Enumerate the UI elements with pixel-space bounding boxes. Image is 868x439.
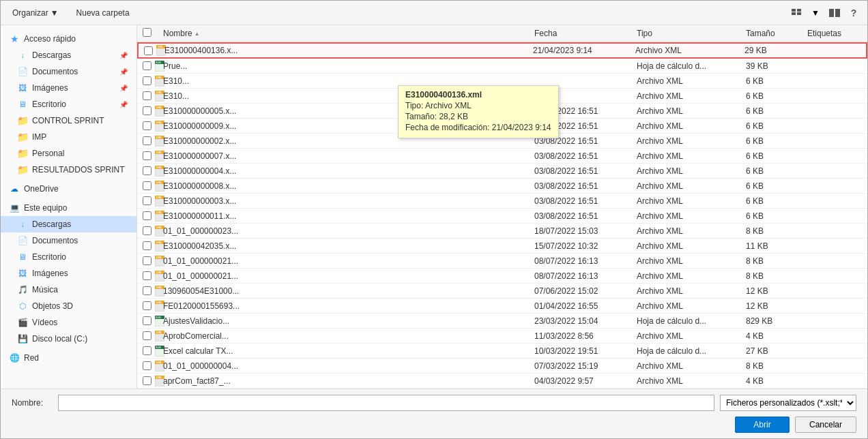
header-type[interactable]: Tipo xyxy=(637,29,746,38)
download-icon: ↓ xyxy=(17,50,28,61)
row-checkbox[interactable] xyxy=(143,76,151,85)
view-list-icon[interactable] xyxy=(788,5,805,21)
new-folder-button[interactable]: Nueva carpeta xyxy=(70,5,136,20)
pin-icon-img[interactable]: 📌 xyxy=(119,83,128,93)
row-checkbox[interactable] xyxy=(143,121,151,130)
file-list[interactable]: XML E310000400136.x... 21/04/2023 9:14 A… xyxy=(137,42,867,389)
select-all-checkbox[interactable] xyxy=(143,28,151,37)
row-checkbox[interactable] xyxy=(143,286,151,295)
sidebar-item-documentos-pc[interactable]: 📄 Documentos xyxy=(1,232,136,249)
table-row[interactable]: XLSX Prue... Hoja de cálculo d... 39 KB xyxy=(137,59,867,74)
sidebar-item-resultaddos[interactable]: 📁 RESULTADDOS SPRINT xyxy=(1,162,136,178)
svg-rect-2 xyxy=(797,9,801,12)
help-icon[interactable]: ? xyxy=(845,5,862,21)
row-check: XML xyxy=(143,196,163,207)
table-row[interactable]: XML AprobComercial... 11/03/2022 8:56 Ar… xyxy=(137,329,867,344)
table-row[interactable]: XML E310000000008.x... 03/08/2022 16:51 … xyxy=(137,179,867,194)
sidebar-item-musica-pc[interactable]: 🎵 Música xyxy=(1,282,136,298)
table-row[interactable]: XLSX AjustesValidacio... 23/03/2022 15:0… xyxy=(137,314,867,329)
table-row[interactable]: XML FE0120000155693... 01/04/2022 16:55 … xyxy=(137,299,867,314)
row-checkbox[interactable] xyxy=(144,46,153,55)
row-checkbox[interactable] xyxy=(143,196,151,205)
sidebar-item-videos-pc[interactable]: 🎬 Vídeos xyxy=(1,314,136,331)
sidebar-item-imp[interactable]: 📁 IMP xyxy=(1,129,136,145)
header-name[interactable]: Nombre ▲ xyxy=(163,29,534,38)
table-row[interactable]: XML E310000000009.x... 03/08/2022 16:51 … xyxy=(137,119,867,134)
header-date[interactable]: Fecha xyxy=(534,29,637,38)
table-row[interactable]: XML 130960054E31000... 07/06/2022 15:02 … xyxy=(137,284,867,299)
open-button[interactable]: Abrir xyxy=(735,417,790,433)
table-row[interactable]: XML aprCom_fact87_... 04/03/2022 9:57 Ar… xyxy=(137,374,867,389)
row-checkbox[interactable] xyxy=(143,166,151,175)
pin-icon[interactable]: 📌 xyxy=(119,50,128,60)
row-checkbox[interactable] xyxy=(143,271,151,280)
table-row[interactable]: XML E310000400136.x... 21/04/2023 9:14 A… xyxy=(137,42,867,59)
sidebar-item-imagenes-quick[interactable]: 🖼 Imágenes 📌 xyxy=(1,80,136,96)
row-checkbox[interactable] xyxy=(143,241,151,250)
split-view-icon[interactable] xyxy=(826,5,843,21)
document-icon: 📄 xyxy=(17,66,28,77)
table-row[interactable]: XML E310000000007.x... 03/08/2022 16:51 … xyxy=(137,149,867,164)
sidebar-item-imagenes-pc[interactable]: 🖼 Imágenes xyxy=(1,265,136,282)
sidebar-item-network[interactable]: 🌐 Red xyxy=(1,350,136,366)
view-dropdown-icon[interactable]: ▼ xyxy=(807,5,824,21)
table-row[interactable]: XML 01_01_000000004... 07/03/2022 15:19 … xyxy=(137,359,867,374)
sidebar-item-disk-pc[interactable]: 💾 Disco local (C:) xyxy=(1,331,136,347)
table-row[interactable]: XML E310000000003.x... 03/08/2022 16:51 … xyxy=(137,194,867,209)
row-check: XML xyxy=(144,45,164,56)
row-checkbox[interactable] xyxy=(143,316,151,325)
sidebar-item-control-sprint[interactable]: 📁 CONTROL SPRINT xyxy=(1,112,136,129)
row-checkbox[interactable] xyxy=(143,91,151,100)
onedrive-section: ☁ OneDrive xyxy=(1,181,136,197)
table-row[interactable]: XML 01_01_000000023... 18/07/2022 15:03 … xyxy=(137,224,867,239)
sidebar-item-onedrive[interactable]: ☁ OneDrive xyxy=(1,181,136,197)
table-row[interactable]: XML E310... Archivo XML 6 KB xyxy=(137,89,867,104)
row-checkbox[interactable] xyxy=(143,61,151,70)
table-row[interactable]: XML E310000000005.x... 03/08/2022 16:51 … xyxy=(137,104,867,119)
row-checkbox[interactable] xyxy=(143,181,151,190)
table-row[interactable]: XML E310000000002.x... 03/08/2022 16:51 … xyxy=(137,134,867,149)
file-date: 15/07/2022 10:32 xyxy=(534,241,637,251)
file-size: 6 KB xyxy=(746,121,807,131)
header-tags[interactable]: Etiquetas xyxy=(807,29,862,38)
row-checkbox[interactable] xyxy=(143,331,151,340)
file-date: 10/03/2022 19:51 xyxy=(534,346,637,356)
table-row[interactable]: XML E310000000004.x... 03/08/2022 16:51 … xyxy=(137,164,867,179)
sidebar-item-documentos-quick[interactable]: 📄 Documentos 📌 xyxy=(1,63,136,80)
cancel-button[interactable]: Cancelar xyxy=(795,417,856,433)
row-checkbox[interactable] xyxy=(143,301,151,310)
sidebar-item-this-pc[interactable]: 💻 Este equipo xyxy=(1,200,136,216)
row-checkbox[interactable] xyxy=(143,346,151,355)
row-checkbox[interactable] xyxy=(143,361,151,370)
sidebar-item-escritorio-quick[interactable]: 🖥 Escritorio 📌 xyxy=(1,96,136,112)
row-checkbox[interactable] xyxy=(143,211,151,220)
sidebar-item-descargas-quick[interactable]: ↓ Descargas 📌 xyxy=(1,47,136,63)
table-row[interactable]: XML E310... Archivo XML 6 KB xyxy=(137,74,867,89)
download-pc-icon: ↓ xyxy=(17,219,28,230)
table-row[interactable]: XML E310000042035.x... 15/07/2022 10:32 … xyxy=(137,239,867,254)
sidebar-item-personal[interactable]: 📁 Personal xyxy=(1,145,136,162)
file-size: 8 KB xyxy=(746,256,807,266)
row-checkbox[interactable] xyxy=(143,136,151,145)
organize-button[interactable]: Organizar ▼ xyxy=(6,5,65,20)
table-row[interactable]: XLSX Excel calcular TX... 10/03/2022 19:… xyxy=(137,344,867,359)
sidebar-item-3d-pc[interactable]: ⬡ Objetos 3D xyxy=(1,298,136,314)
pin-icon-docs[interactable]: 📌 xyxy=(119,67,128,76)
sidebar-item-descargas-pc[interactable]: ↓ Descargas xyxy=(1,216,136,232)
row-checkbox[interactable] xyxy=(143,376,151,385)
pin-icon-desk[interactable]: 📌 xyxy=(119,100,128,109)
sidebar-item-quick-access[interactable]: ★ Acceso rápido xyxy=(1,31,136,47)
sidebar-label-personal: Personal xyxy=(32,149,64,158)
sidebar-item-escritorio-pc[interactable]: 🖥 Escritorio xyxy=(1,249,136,265)
filetype-select[interactable]: Ficheros personalizados (*.xslt;* xyxy=(720,395,856,411)
row-checkbox[interactable] xyxy=(143,256,151,265)
buttons-row: Abrir Cancelar xyxy=(12,417,856,433)
table-row[interactable]: XML 01_01_000000021... 08/07/2022 16:13 … xyxy=(137,269,867,284)
row-checkbox[interactable] xyxy=(143,106,151,115)
row-checkbox[interactable] xyxy=(143,226,151,235)
row-checkbox[interactable] xyxy=(143,151,151,160)
filename-input[interactable] xyxy=(58,395,714,411)
table-row[interactable]: XML E310000000011.x... 03/08/2022 16:51 … xyxy=(137,209,867,224)
header-size[interactable]: Tamaño xyxy=(746,29,807,38)
table-row[interactable]: XML 01_01_000000021... 08/07/2022 16:13 … xyxy=(137,254,867,269)
